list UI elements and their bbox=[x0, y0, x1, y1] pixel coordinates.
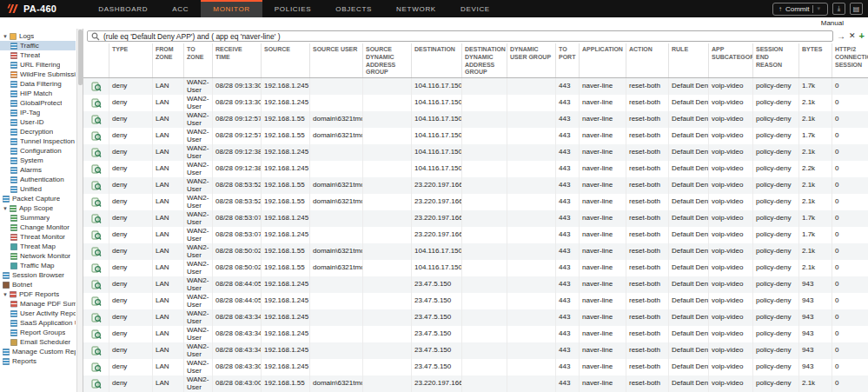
log-detail-icon[interactable] bbox=[83, 161, 109, 177]
column-header-detail[interactable] bbox=[83, 43, 109, 77]
sidebar-item-summary[interactable]: Summary bbox=[0, 213, 76, 223]
log-row[interactable]: denyLANWAN2-User08/28 08:53:07192.168.1.… bbox=[83, 227, 868, 243]
sidebar-item-unified[interactable]: Unified bbox=[0, 184, 76, 194]
log-detail-icon[interactable] bbox=[83, 144, 109, 161]
column-header-action[interactable]: ACTION bbox=[626, 43, 669, 77]
log-detail-icon[interactable] bbox=[83, 128, 109, 144]
sidebar-item-botnet[interactable]: Botnet bbox=[0, 280, 76, 289]
column-header-dest_dag[interactable]: DESTINATION DYNAMIC ADDRESS GROUP bbox=[462, 43, 507, 77]
commit-mode-label[interactable]: Manual bbox=[821, 19, 844, 27]
log-row[interactable]: denyLANWAN2-User08/28 09:12:38192.168.1.… bbox=[83, 144, 868, 161]
log-row[interactable]: denyLANWAN2-User08/28 09:12:57192.168.1.… bbox=[83, 128, 868, 144]
log-detail-icon[interactable] bbox=[83, 78, 109, 95]
sidebar-item-logs[interactable]: ▼Logs bbox=[0, 31, 76, 41]
log-detail-icon[interactable] bbox=[83, 359, 109, 375]
log-row[interactable]: denyLANWAN2-User08/28 08:43:34192.168.1.… bbox=[83, 309, 868, 326]
log-detail-icon[interactable] bbox=[83, 342, 109, 359]
column-header-from_zone[interactable]: FROM ZONE bbox=[153, 43, 184, 77]
sidebar-item-traffic-map[interactable]: Traffic Map bbox=[0, 261, 76, 270]
sidebar-item-decryption[interactable]: Decryption bbox=[0, 127, 76, 136]
column-header-dyn_user_group[interactable]: DYNAMIC USER GROUP bbox=[507, 43, 556, 77]
sidebar-item-traffic[interactable]: Traffic bbox=[0, 41, 76, 50]
column-header-to_zone[interactable]: TO ZONE bbox=[184, 43, 213, 77]
sidebar-item-manage-custom-reports[interactable]: Manage Custom Reports bbox=[0, 347, 76, 356]
column-header-application[interactable]: APPLICATION bbox=[580, 43, 626, 77]
log-row[interactable]: denyLANWAN2-User08/28 08:53:52192.168.1.… bbox=[83, 194, 868, 210]
sidebar-item-session-browser[interactable]: Session Browser bbox=[0, 270, 76, 280]
column-header-to_port[interactable]: TO PORT bbox=[556, 43, 580, 77]
save-config-icon[interactable]: ⤓ bbox=[832, 3, 845, 15]
tab-network[interactable]: NETWORK bbox=[384, 0, 448, 17]
sidebar-item-change-monitor[interactable]: Change Monitor bbox=[0, 223, 76, 232]
tab-policies[interactable]: POLICIES bbox=[262, 0, 324, 17]
log-detail-icon[interactable] bbox=[83, 95, 109, 111]
sidebar-item-hip-match[interactable]: HIP Match bbox=[0, 89, 76, 98]
collapse-caret-icon[interactable]: ▼ bbox=[3, 206, 8, 211]
log-detail-icon[interactable] bbox=[83, 194, 109, 210]
sidebar-item-pdf-reports[interactable]: ▼PDF Reports bbox=[0, 289, 76, 299]
column-header-http2[interactable]: HTTP/2 CONNECTION SESSION bbox=[832, 43, 868, 77]
tab-acc[interactable]: ACC bbox=[160, 0, 201, 17]
column-header-destination[interactable]: DESTINATION bbox=[412, 43, 462, 77]
log-row[interactable]: denyLANWAN2-User08/28 09:12:57192.168.1.… bbox=[83, 111, 868, 128]
log-row[interactable]: denyLANWAN2-User08/28 08:44:05192.168.1.… bbox=[83, 293, 868, 309]
sidebar-item-threat[interactable]: Threat bbox=[0, 50, 76, 60]
collapse-caret-icon[interactable]: ▼ bbox=[3, 34, 8, 39]
log-row[interactable]: denyLANWAN2-User08/28 08:43:34192.168.1.… bbox=[83, 342, 868, 359]
column-header-bytes[interactable]: BYTES bbox=[799, 43, 832, 77]
log-row[interactable]: denyLANWAN2-User08/28 08:50:02192.168.1.… bbox=[83, 260, 868, 276]
log-row[interactable]: denyLANWAN2-User08/28 09:13:30192.168.1.… bbox=[83, 78, 868, 95]
log-detail-icon[interactable] bbox=[83, 326, 109, 342]
sidebar-item-user-id[interactable]: User-ID bbox=[0, 117, 76, 127]
add-filter-icon[interactable]: + bbox=[859, 31, 865, 41]
log-row[interactable]: denyLANWAN2-User08/28 08:50:02192.168.1.… bbox=[83, 243, 868, 260]
collapse-caret-icon[interactable]: ▼ bbox=[3, 292, 8, 297]
column-header-source_user[interactable]: SOURCE USER bbox=[310, 43, 363, 77]
log-row[interactable]: denyLANWAN2-User08/28 08:53:07192.168.1.… bbox=[83, 210, 868, 227]
sidebar-item-authentication[interactable]: Authentication bbox=[0, 175, 76, 184]
log-detail-icon[interactable] bbox=[83, 243, 109, 260]
sidebar-item-manage-pdf-summary[interactable]: Manage PDF Summary bbox=[0, 299, 76, 309]
tab-objects[interactable]: OBJECTS bbox=[323, 0, 384, 17]
apply-filter-icon[interactable]: → bbox=[837, 32, 845, 41]
log-row[interactable]: denyLANWAN2-User08/28 08:44:05192.168.1.… bbox=[83, 276, 868, 293]
log-detail-icon[interactable] bbox=[83, 210, 109, 227]
log-detail-icon[interactable] bbox=[83, 260, 109, 276]
sidebar-scrollbar-thumb[interactable] bbox=[78, 30, 83, 85]
log-detail-icon[interactable] bbox=[83, 227, 109, 243]
log-detail-icon[interactable] bbox=[83, 293, 109, 309]
sidebar-item-reports[interactable]: Reports bbox=[0, 356, 76, 366]
sidebar-item-app-scope[interactable]: ▼App Scope bbox=[0, 203, 76, 213]
log-detail-icon[interactable] bbox=[83, 111, 109, 128]
sidebar-item-user-activity-report[interactable]: User Activity Report bbox=[0, 309, 76, 318]
column-header-session_end_reason[interactable]: SESSION END REASON bbox=[753, 43, 799, 77]
sidebar-item-configuration[interactable]: Configuration bbox=[0, 146, 76, 156]
sidebar-item-packet-capture[interactable]: Packet Capture bbox=[0, 194, 76, 203]
sidebar-scrollbar[interactable] bbox=[76, 29, 83, 392]
sidebar-item-alarms[interactable]: Alarms bbox=[0, 165, 76, 175]
clear-filter-icon[interactable]: ✕ bbox=[849, 32, 856, 40]
sidebar-item-threat-monitor[interactable]: Threat Monitor bbox=[0, 232, 76, 242]
tab-monitor[interactable]: MONITOR bbox=[201, 0, 262, 17]
log-row[interactable]: denyLANWAN2-User08/28 08:43:34192.168.1.… bbox=[83, 326, 868, 342]
sidebar-item-network-monitor[interactable]: Network Monitor bbox=[0, 251, 76, 261]
column-header-source_dag[interactable]: SOURCE DYNAMIC ADDRESS GROUP bbox=[363, 43, 412, 77]
log-filter-input[interactable] bbox=[103, 31, 829, 41]
sidebar-item-saas-application-usage[interactable]: SaaS Application Usage bbox=[0, 318, 76, 328]
log-row[interactable]: denyLANWAN2-User08/28 08:43:30192.168.1.… bbox=[83, 359, 868, 375]
sidebar-item-url-filtering[interactable]: URL Filtering bbox=[0, 60, 76, 70]
sidebar-item-tunnel-inspection[interactable]: Tunnel Inspection bbox=[0, 136, 76, 146]
sidebar-item-globalprotect[interactable]: GlobalProtect bbox=[0, 98, 76, 108]
column-header-receive_time[interactable]: RECEIVE TIME bbox=[213, 43, 262, 77]
sidebar-item-email-scheduler[interactable]: Email Scheduler bbox=[0, 337, 76, 347]
commit-dropdown-caret-icon[interactable]: ▾ bbox=[817, 5, 820, 12]
sidebar-item-system[interactable]: System bbox=[0, 156, 76, 165]
log-row[interactable]: denyLANWAN2-User08/28 09:12:38192.168.1.… bbox=[83, 161, 868, 177]
log-row[interactable]: denyLANWAN2-User08/28 08:53:52192.168.1.… bbox=[83, 177, 868, 194]
sidebar-item-report-groups[interactable]: Report Groups bbox=[0, 328, 76, 337]
log-detail-icon[interactable] bbox=[83, 375, 109, 392]
log-row[interactable]: denyLANWAN2-User08/28 09:13:30192.168.1.… bbox=[83, 95, 868, 111]
commit-button[interactable]: ↑ Commit ▾ bbox=[772, 3, 828, 16]
column-header-source[interactable]: SOURCE bbox=[262, 43, 310, 77]
sidebar-item-ip-tag[interactable]: IP-Tag bbox=[0, 108, 76, 117]
